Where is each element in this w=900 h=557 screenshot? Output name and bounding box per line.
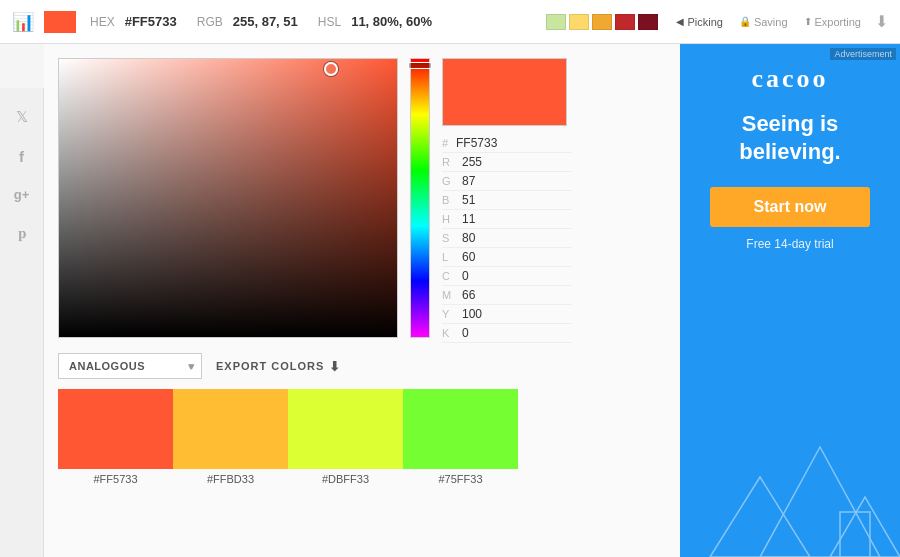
state-tabs: ◀ Picking 🔒 Saving ⬆ Exporting — [676, 16, 861, 28]
hex-row: # FF5733 — [442, 134, 572, 153]
svg-marker-0 — [710, 477, 810, 557]
twitter-icon[interactable]: 𝕏 — [16, 108, 28, 126]
ad-trial-text: Free 14-day trial — [746, 237, 833, 251]
y-row: Y 100 — [442, 305, 572, 324]
ad-start-button[interactable]: Start now — [710, 187, 870, 227]
r-label: R — [442, 156, 456, 168]
b-label: B — [442, 194, 456, 206]
rgb-value: 255, 87, 51 — [233, 14, 298, 29]
tab-exporting[interactable]: ⬆ Exporting — [804, 16, 861, 28]
svg-rect-3 — [840, 512, 870, 557]
color-values: # FF5733 R 255 G 87 B 51 — [442, 134, 572, 343]
swatch-item-0[interactable]: #FF5733 — [58, 389, 173, 485]
ad-label: Advertisement — [830, 48, 896, 60]
palette-chip[interactable] — [569, 14, 589, 30]
c-row: C 0 — [442, 267, 572, 286]
h-label: H — [442, 213, 456, 225]
color-info-panel: # FF5733 R 255 G 87 B 51 — [442, 58, 572, 343]
hsl-value: 11, 80%, 60% — [351, 14, 432, 29]
swatch-color-1[interactable] — [173, 389, 288, 469]
y-label: Y — [442, 308, 456, 320]
palette-strip — [546, 14, 658, 30]
arrow-left-icon: ◀ — [676, 16, 684, 27]
y-val: 100 — [462, 307, 482, 321]
s-val: 80 — [462, 231, 475, 245]
top-bar-right: ◀ Picking 🔒 Saving ⬆ Exporting ⬇ — [546, 12, 888, 31]
download-icon[interactable]: ⬇ — [875, 12, 888, 31]
pinterest-icon[interactable]: 𝐩 — [18, 224, 26, 242]
swatch-label-0: #FF5733 — [93, 473, 137, 485]
export-colors-button[interactable]: EXPORT COLORS ⬇ — [216, 359, 341, 374]
googleplus-icon[interactable]: g+ — [14, 187, 30, 202]
social-sidebar: 𝕏 f g+ 𝐩 — [0, 88, 44, 557]
s-label: S — [442, 232, 456, 244]
swatch-item-2[interactable]: #DBFF33 — [288, 389, 403, 485]
palette-chip[interactable] — [615, 14, 635, 30]
swatch-item-1[interactable]: #FFBD33 — [173, 389, 288, 485]
scheme-select-wrapper: ANALOGOUS COMPLEMENTARY TRIADIC TETRADIC… — [58, 353, 202, 379]
tab-picking[interactable]: ◀ Picking — [676, 16, 722, 28]
top-bar: 📊 HEX #FF5733 RGB 255, 87, 51 HSL 11, 80… — [0, 0, 900, 44]
export-label: EXPORT COLORS — [216, 360, 324, 372]
color-swatch[interactable] — [44, 11, 76, 33]
h-row: H 11 — [442, 210, 572, 229]
chart-icon: 📊 — [12, 11, 34, 33]
c-label: C — [442, 270, 456, 282]
tab-saving[interactable]: 🔒 Saving — [739, 16, 788, 28]
k-label: K — [442, 327, 456, 339]
m-val: 66 — [462, 288, 475, 302]
ad-illustration — [680, 417, 900, 557]
facebook-icon[interactable]: f — [19, 148, 24, 165]
upload-icon: ⬆ — [804, 16, 812, 27]
swatches-row: #FF5733 #FFBD33 #DBFF33 #75FF33 — [44, 389, 680, 485]
picker-cursor[interactable] — [324, 62, 338, 76]
hex-value: #FF5733 — [125, 14, 177, 29]
m-row: M 66 — [442, 286, 572, 305]
ad-logo: cacoo — [751, 64, 828, 94]
ad-panel: Advertisement cacoo Seeing is believing.… — [680, 44, 900, 557]
gradient-picker[interactable] — [58, 58, 398, 338]
l-val: 60 — [462, 250, 475, 264]
h-val: 11 — [462, 212, 475, 226]
g-label: G — [442, 175, 456, 187]
swatch-label-2: #DBFF33 — [322, 473, 369, 485]
s-row: S 80 — [442, 229, 572, 248]
b-row: B 51 — [442, 191, 572, 210]
palette-chip[interactable] — [592, 14, 612, 30]
scheme-select[interactable]: ANALOGOUS COMPLEMENTARY TRIADIC TETRADIC… — [58, 353, 202, 379]
swatch-color-2[interactable] — [288, 389, 403, 469]
g-val: 87 — [462, 174, 475, 188]
r-row: R 255 — [442, 153, 572, 172]
hex-val: FF5733 — [456, 136, 497, 150]
spectrum-bar[interactable] — [410, 58, 430, 338]
hsl-label: HSL — [318, 15, 341, 29]
bottom-controls: ANALOGOUS COMPLEMENTARY TRIADIC TETRADIC… — [44, 343, 680, 389]
swatch-label-3: #75FF33 — [438, 473, 482, 485]
c-val: 0 — [462, 269, 469, 283]
main-content: # FF5733 R 255 G 87 B 51 — [44, 44, 680, 557]
swatch-item-3[interactable]: #75FF33 — [403, 389, 518, 485]
l-row: L 60 — [442, 248, 572, 267]
hex-label: HEX — [90, 15, 115, 29]
k-val: 0 — [462, 326, 469, 340]
color-preview — [442, 58, 567, 126]
b-val: 51 — [462, 193, 475, 207]
r-val: 255 — [462, 155, 482, 169]
l-label: L — [442, 251, 456, 263]
rgb-label: RGB — [197, 15, 223, 29]
export-icon: ⬇ — [329, 359, 341, 374]
palette-chip[interactable] — [638, 14, 658, 30]
lock-icon: 🔒 — [739, 16, 751, 27]
ad-tagline: Seeing is believing. — [696, 110, 884, 165]
hash-symbol: # — [442, 137, 456, 149]
swatch-color-0[interactable] — [58, 389, 173, 469]
m-label: M — [442, 289, 456, 301]
palette-chip[interactable] — [546, 14, 566, 30]
k-row: K 0 — [442, 324, 572, 343]
g-row: G 87 — [442, 172, 572, 191]
spectrum-handle[interactable] — [408, 62, 432, 69]
swatch-label-1: #FFBD33 — [207, 473, 254, 485]
swatch-color-3[interactable] — [403, 389, 518, 469]
